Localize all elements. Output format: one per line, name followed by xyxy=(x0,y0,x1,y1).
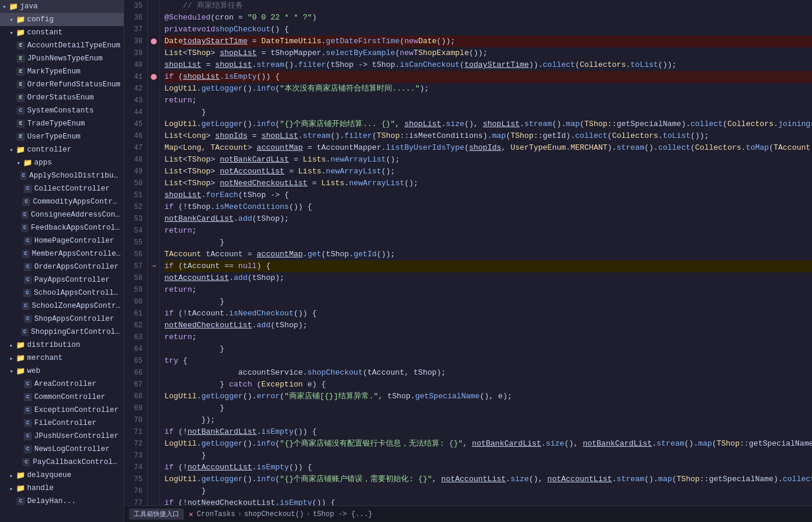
gutter-item-46[interactable] xyxy=(148,130,159,142)
sidebar-item-DelayHandle[interactable]: CDelayHan... xyxy=(0,495,124,508)
sidebar-item-ExceptionController[interactable]: CExceptionController xyxy=(0,404,124,417)
sidebar-item-ApplySchoolDistribution[interactable]: CApplySchoolDistributio... xyxy=(0,169,124,182)
sidebar-item-config[interactable]: ▾ 📁 config xyxy=(0,13,124,26)
gutter-item-47[interactable] xyxy=(148,142,159,154)
gutter-item-57[interactable]: → xyxy=(148,260,159,272)
gutter-item-42[interactable] xyxy=(148,83,159,95)
toolbar-shortcut[interactable]: 工具箱快捷入口 xyxy=(129,508,184,520)
sidebar-item-PayCallbackController[interactable]: CPayCallbackController xyxy=(0,456,124,469)
sidebar-item-NewsLogController[interactable]: CNewsLogController xyxy=(0,443,124,456)
sidebar-item-CollectController[interactable]: CCollectController xyxy=(0,182,124,195)
gutter-item-77[interactable] xyxy=(148,497,159,505)
line-num-41: 41 xyxy=(129,71,143,83)
sidebar-item-AreaController[interactable]: CAreaController xyxy=(0,378,124,391)
sidebar-item-constant[interactable]: ▾ 📁 constant xyxy=(0,26,124,39)
sidebar-label-web: web xyxy=(27,367,41,375)
gutter-item-60[interactable] xyxy=(148,296,159,308)
sidebar-item-FeedbackAppsControll[interactable]: CFeedbackAppsControll... xyxy=(0,221,124,234)
sidebar-item-ShopAppsController[interactable]: CShopAppsController xyxy=(0,312,124,326)
sidebar-item-JPushUserController[interactable]: CJPushUserController xyxy=(0,430,124,443)
gutter-item-41[interactable] xyxy=(148,71,159,83)
gutter-item-52[interactable] xyxy=(148,201,159,213)
gutter-item-45[interactable] xyxy=(148,118,159,130)
line-num-62: 62 xyxy=(129,320,143,331)
close-button[interactable]: ✕ xyxy=(189,510,193,519)
enum-icon-JPushNewsTypeEnum: E xyxy=(17,54,25,63)
sidebar-item-MarkTypeEnum[interactable]: EMarkTypeEnum xyxy=(0,65,124,78)
gutter-item-63[interactable] xyxy=(148,331,159,343)
sidebar-item-MemberAppsControlle[interactable]: CMemberAppsControlle... xyxy=(0,247,124,260)
gutter-item-40[interactable] xyxy=(148,59,159,71)
gutter-item-68[interactable] xyxy=(148,391,159,402)
line-num-38: 38 xyxy=(129,36,143,47)
gutter-item-51[interactable] xyxy=(148,189,159,201)
gutter-item-37[interactable] xyxy=(148,24,159,36)
line-num-52: 52 xyxy=(129,201,143,213)
sidebar-item-java-root[interactable]: ▾ 📁 java xyxy=(0,0,124,13)
sidebar-item-ConsigneeAddressCont[interactable]: CConsigneeAddressCont... xyxy=(0,208,124,221)
sidebar-item-CommodityAppsContr[interactable]: CCommodityAppsContr... xyxy=(0,195,124,208)
gutter-item-58[interactable] xyxy=(148,272,159,284)
gutter-item-53[interactable] xyxy=(148,213,159,225)
sidebar-item-SchoolAppsController[interactable]: CSchoolAppsController xyxy=(0,286,124,299)
code-editor[interactable]: 3536373839404142434445464748495051525354… xyxy=(124,0,812,505)
gutter-item-74[interactable] xyxy=(148,462,159,473)
gutter-item-38[interactable] xyxy=(148,36,159,47)
gutter-item-54[interactable] xyxy=(148,225,159,237)
gutter-item-36[interactable] xyxy=(148,12,159,24)
enum-icon-OrderRefundStatusEnum: E xyxy=(17,80,25,89)
gutter-item-50[interactable] xyxy=(148,178,159,189)
sidebar-item-HomePageController[interactable]: CHomePageController xyxy=(0,234,124,247)
gutter-item-59[interactable] xyxy=(148,284,159,296)
gutter-item-70[interactable] xyxy=(148,414,159,426)
sidebar-item-SystemConstants[interactable]: CSystemConstants xyxy=(0,104,124,117)
sidebar-item-OrderStatusEnum[interactable]: EOrderStatusEnum xyxy=(0,91,124,104)
gutter-item-69[interactable] xyxy=(148,402,159,414)
gutter-item-71[interactable] xyxy=(148,426,159,438)
code-line-39: List<TShop> shopList = tShopMapper.selec… xyxy=(164,47,812,59)
gutter-item-43[interactable] xyxy=(148,95,159,107)
gutter-item-49[interactable] xyxy=(148,166,159,178)
sidebar-label-MemberAppsControlle: MemberAppsControlle... xyxy=(32,250,121,258)
class-icon-ShoppingCartControll: C xyxy=(21,328,28,336)
sidebar-label-OrderAppsController: OrderAppsController xyxy=(34,263,119,271)
code-line-65: try { xyxy=(164,355,812,367)
gutter-item-61[interactable] xyxy=(148,308,159,320)
gutter-item-66[interactable] xyxy=(148,367,159,379)
sidebar-item-SchoolZoneAppsContr[interactable]: CSchoolZoneAppsContr... xyxy=(0,299,124,312)
gutter-item-56[interactable] xyxy=(148,249,159,260)
gutter-item-35[interactable] xyxy=(148,0,159,12)
gutter-item-76[interactable] xyxy=(148,485,159,497)
sidebar-item-distribution[interactable]: ▸ 📁 distribution xyxy=(0,339,124,352)
sidebar-item-delayqueue[interactable]: ▸ 📁 delayqueue xyxy=(0,469,124,482)
gutter-item-39[interactable] xyxy=(148,47,159,59)
sidebar-item-ShoppingCartControll[interactable]: CShoppingCartControll... xyxy=(0,326,124,339)
sidebar-item-UserTypeEnum[interactable]: EUserTypeEnum xyxy=(0,130,124,143)
gutter-item-55[interactable] xyxy=(148,237,159,249)
sidebar-item-handle[interactable]: ▸ 📁 handle xyxy=(0,482,124,495)
line-num-69: 69 xyxy=(129,402,143,414)
folder-icon-config: ▾ xyxy=(9,16,14,24)
sidebar-item-JPushNewsTypeEnum[interactable]: EJPushNewsTypeEnum xyxy=(0,52,124,65)
gutter-item-44[interactable] xyxy=(148,107,159,118)
sidebar-item-TradeTypeEnum[interactable]: ETradeTypeEnum xyxy=(0,117,124,130)
sidebar-item-FileController[interactable]: CFileController xyxy=(0,417,124,430)
gutter-item-72[interactable] xyxy=(148,438,159,450)
sidebar-item-OrderAppsController[interactable]: COrderAppsController xyxy=(0,260,124,273)
sidebar-item-PayAppsController[interactable]: CPayAppsController xyxy=(0,273,124,286)
gutter-item-67[interactable] xyxy=(148,379,159,391)
class-icon-CollectController: C xyxy=(24,185,32,193)
sidebar-item-OrderRefundStatusEnum[interactable]: EOrderRefundStatusEnum xyxy=(0,78,124,91)
sidebar-item-AccountDetailTypeEnum[interactable]: EAccountDetailTypeEnum xyxy=(0,39,124,52)
gutter-item-65[interactable] xyxy=(148,355,159,367)
sidebar-item-web[interactable]: ▾ 📁 web xyxy=(0,365,124,378)
gutter-item-48[interactable] xyxy=(148,154,159,166)
gutter-item-64[interactable] xyxy=(148,343,159,355)
gutter-item-62[interactable] xyxy=(148,320,159,331)
sidebar-item-merchant[interactable]: ▸ 📁 merchant xyxy=(0,352,124,365)
sidebar-item-controller[interactable]: ▾ 📁 controller xyxy=(0,143,124,156)
sidebar-item-apps[interactable]: ▾ 📁 apps xyxy=(0,156,124,169)
gutter-item-73[interactable] xyxy=(148,450,159,462)
gutter-item-75[interactable] xyxy=(148,473,159,485)
sidebar-item-CommonController[interactable]: CCommonController xyxy=(0,391,124,404)
